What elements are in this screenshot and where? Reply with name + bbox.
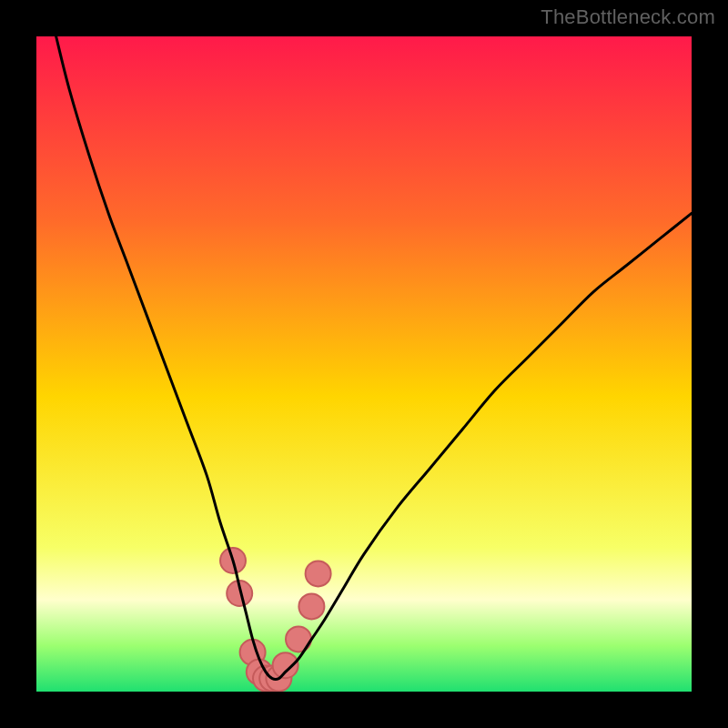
watermark-text: TheBottleneck.com [541, 5, 715, 29]
bottleneck-chart [36, 36, 692, 692]
curve-marker [306, 561, 331, 586]
gradient-bg [36, 36, 692, 692]
chart-stage: TheBottleneck.com [0, 0, 728, 728]
plot-area [36, 36, 692, 692]
curve-marker [298, 593, 324, 619]
